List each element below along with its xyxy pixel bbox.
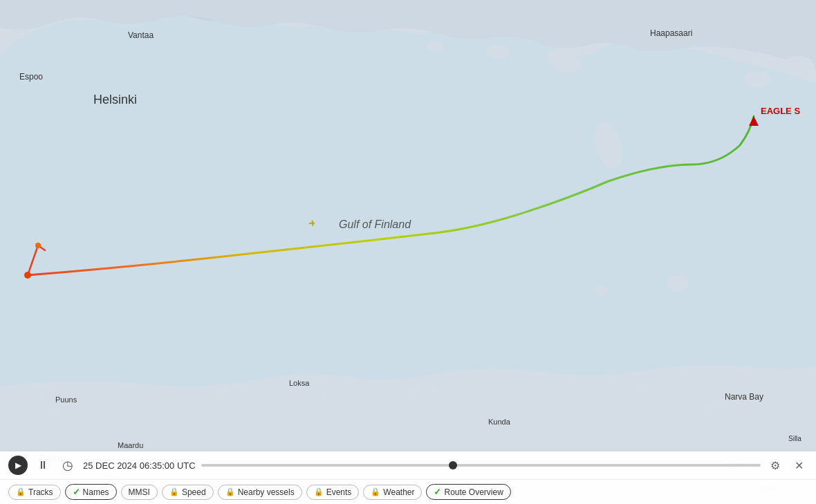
timeline-slider[interactable] — [201, 464, 761, 467]
nearby-lock-icon: 🔒 — [225, 487, 235, 496]
maardu-label: Maardu — [118, 441, 143, 449]
svg-point-10 — [35, 243, 41, 248]
route-overview-label: Route Overview — [444, 487, 503, 497]
route-check-icon: ✓ — [434, 487, 441, 497]
svg-point-6 — [485, 45, 510, 59]
map-container: Helsinki Vantaa Espoo Tallinn Maardu Haa… — [0, 0, 816, 504]
events-lock-icon: 🔒 — [314, 487, 324, 496]
filter-events[interactable]: 🔒 Events — [306, 485, 360, 500]
helsinki-label: Helsinki — [93, 93, 137, 106]
gear-icon: ⚙ — [770, 459, 780, 472]
speed-button[interactable]: ◷ — [58, 456, 77, 475]
play-button[interactable]: ▶ — [8, 456, 28, 475]
filter-weather[interactable]: 🔒 Weather — [363, 485, 422, 500]
play-icon: ▶ — [15, 460, 21, 470]
svg-point-4 — [743, 71, 771, 88]
pause-icon: ⏸ — [37, 459, 48, 472]
timestamp: 25 DEC 2024 06:35:00 UTC — [83, 460, 196, 471]
tracks-label: Tracks — [28, 487, 53, 497]
speed-lock-icon: 🔒 — [169, 487, 179, 496]
events-label: Events — [326, 487, 352, 497]
filter-tracks[interactable]: 🔒 Tracks — [8, 485, 61, 500]
espoo-label: Espoo — [19, 72, 43, 82]
narva-bay-label: Narva Bay — [725, 392, 763, 402]
mmsi-label: MMSI — [129, 487, 150, 497]
filter-row: 🔒 Tracks ✓ Names MMSI 🔒 Speed 🔒 Nearby v… — [0, 480, 816, 504]
settings-button[interactable]: ⚙ — [766, 456, 784, 474]
filter-names[interactable]: ✓ Names — [65, 484, 117, 500]
speed-icon: ◷ — [62, 458, 73, 473]
tracks-lock-icon: 🔒 — [16, 487, 26, 496]
filter-mmsi[interactable]: MMSI — [121, 485, 158, 500]
pause-button[interactable]: ⏸ — [33, 456, 53, 475]
control-bar: ▶ ⏸ ◷ 25 DEC 2024 06:35:00 UTC ⚙ ✕ — [0, 451, 816, 504]
speed-label: Speed — [182, 487, 206, 497]
filter-speed[interactable]: 🔒 Speed — [162, 485, 214, 500]
names-label: Names — [83, 487, 109, 497]
svg-point-9 — [24, 272, 31, 279]
weather-label: Weather — [383, 487, 414, 497]
kunda-label: Kunda — [488, 418, 511, 426]
sea-label: Gulf of Finland — [339, 218, 411, 230]
svg-point-7 — [427, 41, 444, 53]
filter-nearby-vessels[interactable]: 🔒 Nearby vessels — [218, 485, 302, 500]
puuns-label: Puuns — [55, 395, 77, 404]
weather-lock-icon: 🔒 — [371, 487, 380, 496]
vantaa-label: Vantaa — [128, 30, 154, 40]
svg-point-8 — [783, 56, 814, 75]
loksa-label: Loksa — [289, 379, 310, 387]
nearby-vessels-label: Nearby vessels — [238, 487, 295, 497]
svg-point-3 — [595, 285, 609, 296]
vessel-name-label: EAGLE S — [761, 106, 800, 116]
filter-route-overview[interactable]: ✓ Route Overview — [426, 484, 510, 500]
svg-point-2 — [667, 275, 688, 292]
playback-row: ▶ ⏸ ◷ 25 DEC 2024 06:35:00 UTC ⚙ ✕ — [0, 451, 816, 480]
names-check-icon: ✓ — [73, 487, 80, 497]
close-button[interactable]: ✕ — [790, 456, 808, 474]
silla-label: Silla — [788, 435, 801, 442]
haapasaari-label: Haapasaari — [650, 28, 692, 38]
close-icon: ✕ — [795, 459, 804, 472]
